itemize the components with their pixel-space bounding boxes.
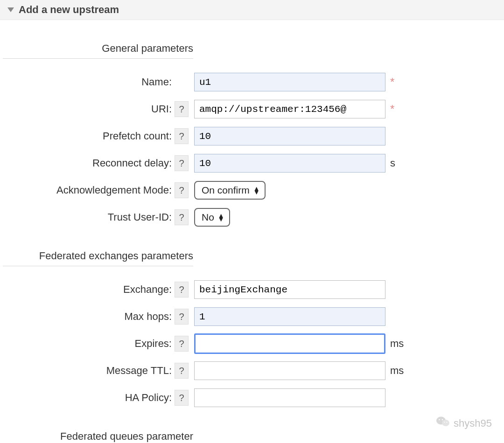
msg-ttl-input[interactable] (194, 361, 385, 380)
reconnect-input[interactable] (194, 154, 385, 173)
label-ha-policy: HA Policy: (3, 392, 175, 404)
svg-point-4 (444, 422, 445, 423)
help-icon[interactable]: ? (175, 155, 189, 171)
trust-uid-select[interactable]: No ▲▼ (194, 208, 230, 227)
required-mark: * (390, 103, 394, 115)
help-icon[interactable]: ? (175, 390, 189, 406)
max-hops-input[interactable] (194, 307, 385, 326)
watermark-text: shysh95 (454, 417, 492, 429)
help-icon[interactable]: ? (175, 282, 189, 298)
label-uri: URI: (3, 103, 175, 115)
ack-mode-select[interactable]: On confirm ▲▼ (194, 181, 266, 200)
row-expires: Expires: ? ms (3, 333, 501, 354)
row-ha-policy: HA Policy: ? (3, 388, 501, 408)
label-max-hops: Max hops: (3, 311, 175, 323)
ack-mode-value: On confirm (202, 185, 250, 196)
ha-policy-input[interactable] (194, 388, 385, 407)
help-icon[interactable]: ? (175, 336, 189, 352)
name-input[interactable] (194, 73, 385, 91)
watermark: shysh95 (436, 415, 492, 431)
label-trust-uid: Trust User-ID: (3, 211, 175, 223)
svg-point-1 (442, 420, 449, 426)
row-name: Name: * (3, 72, 501, 92)
section-header[interactable]: Add a new upstream (0, 0, 504, 20)
prefetch-input[interactable] (194, 127, 385, 145)
uri-input[interactable] (194, 100, 385, 118)
select-arrows-icon: ▲▼ (218, 214, 224, 221)
label-prefetch: Prefetch count: (3, 130, 175, 142)
help-icon[interactable]: ? (175, 309, 189, 325)
group-heading-fed-q: Federated queues parameter (3, 422, 193, 443)
group-heading-fed-ex: Federated exchanges parameters (3, 242, 193, 266)
label-exchange: Exchange: (3, 284, 175, 296)
help-icon[interactable]: ? (175, 101, 189, 117)
form-area: General parameters Name: * URI: ? * Pref… (0, 20, 504, 443)
row-exchange: Exchange: ? (3, 279, 501, 300)
suffix-reconnect: s (385, 157, 413, 169)
label-msg-ttl: Message TTL: (3, 365, 175, 377)
svg-point-2 (439, 419, 440, 421)
row-trust-uid: Trust User-ID: ? No ▲▼ (3, 207, 501, 228)
select-arrows-icon: ▲▼ (253, 187, 260, 194)
svg-point-5 (447, 422, 448, 423)
expires-input[interactable] (194, 333, 385, 354)
svg-point-3 (442, 419, 443, 421)
row-msg-ttl: Message TTL: ? ms (3, 360, 501, 381)
section-title: Add a new upstream (19, 4, 119, 16)
label-reconnect: Reconnect delay: (3, 157, 175, 169)
row-reconnect: Reconnect delay: ? s (3, 153, 501, 173)
exchange-input[interactable] (194, 280, 385, 299)
row-prefetch: Prefetch count: ? (3, 126, 501, 146)
required-mark: * (390, 76, 394, 88)
collapse-toggle-icon[interactable] (7, 7, 14, 12)
suffix-msg-ttl: ms (385, 365, 413, 377)
row-max-hops: Max hops: ? (3, 306, 501, 327)
help-icon[interactable]: ? (175, 128, 189, 144)
suffix-expires: ms (385, 338, 413, 350)
help-icon[interactable]: ? (175, 182, 189, 198)
label-ack-mode: Acknowledgement Mode: (3, 184, 175, 196)
help-icon[interactable]: ? (175, 363, 189, 379)
label-expires: Expires: (3, 338, 175, 350)
row-ack-mode: Acknowledgement Mode: ? On confirm ▲▼ (3, 180, 501, 201)
group-heading-general: General parameters (3, 34, 193, 59)
trust-uid-value: No (202, 212, 214, 223)
wechat-icon (436, 415, 450, 431)
row-uri: URI: ? * (3, 99, 501, 119)
help-icon[interactable]: ? (175, 209, 189, 225)
label-name: Name: (3, 76, 175, 88)
